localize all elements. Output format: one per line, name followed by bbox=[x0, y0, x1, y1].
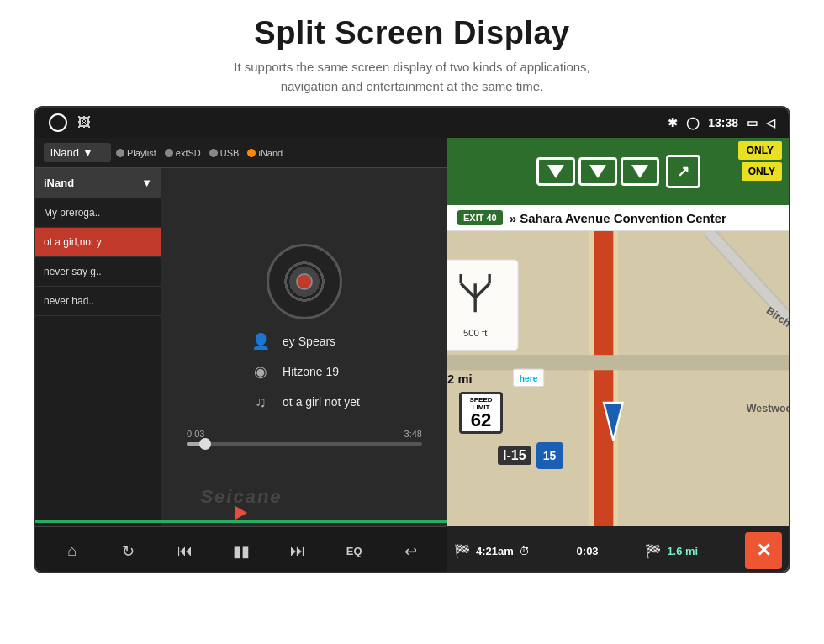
progress-times: 0:03 3:48 bbox=[187, 429, 422, 439]
svg-rect-2 bbox=[594, 231, 614, 526]
only-sign: ONLY bbox=[742, 162, 782, 181]
status-bar: 🖼 ✱ ◯ 13:38 ▭ ◁ bbox=[35, 108, 789, 138]
progress-thumb[interactable] bbox=[199, 438, 211, 450]
radio-dot-inand bbox=[247, 149, 256, 157]
svg-rect-5 bbox=[447, 355, 789, 370]
bluetooth-icon: ✱ bbox=[668, 116, 678, 129]
vinyl-disk bbox=[267, 244, 342, 319]
back-icon: ◁ bbox=[766, 116, 775, 129]
list-item[interactable]: never had.. bbox=[35, 287, 161, 316]
page-subtitle: It supports the same screen display of t… bbox=[50, 58, 774, 96]
image-icon: 🖼 bbox=[77, 115, 91, 130]
person-icon: 👤 bbox=[249, 330, 272, 353]
controls-bar: ⌂ ↻ ⏮ ▮▮ ⏭ EQ ↩ bbox=[35, 526, 447, 573]
source-option-extsd[interactable]: extSD bbox=[165, 148, 201, 158]
arrow-down-icon-1 bbox=[547, 165, 564, 178]
source-options: Playlist extSD USB iNand bbox=[116, 148, 283, 158]
arrow-diag-icon: ↗ bbox=[677, 162, 689, 181]
highway-sign-4: ↗ ONLY bbox=[666, 155, 700, 188]
svg-text:0.2 mi: 0.2 mi bbox=[447, 372, 473, 386]
disc-icon: ◉ bbox=[249, 360, 272, 383]
page-title: Split Screen Display bbox=[50, 15, 774, 51]
time-display: 13:38 bbox=[708, 116, 738, 129]
playlist-area: iNand ▼ My preroga.. ot a girl,not y nev… bbox=[35, 168, 447, 526]
destination-text: » Sahara Avenue Convention Center bbox=[510, 211, 726, 225]
track-name: ot a girl not yet bbox=[283, 395, 360, 409]
distance-remaining: 1.6 mi bbox=[667, 545, 698, 557]
navigation-panel: ↗ ONLY ONLY EXIT 40 » Sahara Avenue Conv… bbox=[447, 138, 789, 573]
eq-button[interactable]: EQ bbox=[337, 535, 371, 568]
start-flag-icon: 🏁 bbox=[454, 543, 471, 559]
svg-text:here: here bbox=[520, 374, 538, 383]
clock-icon: ⏱ bbox=[519, 545, 530, 557]
page-header: Split Screen Display It supports the sam… bbox=[0, 0, 824, 106]
play-indicator bbox=[235, 506, 247, 520]
nav-bottom-bar: 🏁 4:21am ⏱ 0:03 🏁 1.6 mi ✕ bbox=[447, 526, 789, 573]
svg-text:500 ft: 500 ft bbox=[463, 328, 488, 338]
nav-info-banner: EXIT 40 » Sahara Avenue Convention Cente… bbox=[447, 205, 789, 231]
list-item[interactable]: My preroga.. bbox=[35, 198, 161, 228]
screen-icon: ▭ bbox=[747, 116, 758, 129]
eta-block: 🏁 4:21am ⏱ bbox=[454, 543, 530, 559]
track-info: 👤 ey Spears ◉ Hitzone 19 ♫ ot a girl not… bbox=[249, 330, 360, 414]
artist-row: 👤 ey Spears bbox=[249, 330, 360, 353]
source-option-inand[interactable]: iNand bbox=[247, 148, 283, 158]
trip-time: 0:03 bbox=[577, 545, 599, 557]
eta-time: 4:21am bbox=[476, 545, 514, 557]
trip-time-block: 0:03 bbox=[577, 545, 599, 557]
speed-limit-sign: SPEEDLIMIT 62 bbox=[459, 392, 503, 434]
highway-badge: I-15 15 bbox=[498, 442, 563, 469]
progress-area: 0:03 3:48 bbox=[170, 424, 439, 451]
svg-text:Westwoo...: Westwoo... bbox=[747, 403, 789, 414]
status-left: 🖼 bbox=[49, 113, 91, 132]
pause-button[interactable]: ▮▮ bbox=[224, 535, 258, 568]
album-row: ◉ Hitzone 19 bbox=[249, 360, 360, 383]
total-time: 3:48 bbox=[404, 429, 422, 439]
end-flag-icon: 🏁 bbox=[645, 543, 662, 559]
artist-name: ey Spears bbox=[283, 335, 335, 348]
exit-badge: EXIT 40 bbox=[457, 210, 503, 225]
back-button[interactable]: ↩ bbox=[394, 535, 427, 568]
highway-label: I-15 bbox=[498, 446, 531, 465]
next-button[interactable]: ⏭ bbox=[281, 535, 314, 568]
speed-limit-value: 62 bbox=[471, 409, 491, 430]
highway-sign-1 bbox=[536, 157, 575, 186]
source-option-playlist[interactable]: Playlist bbox=[116, 148, 156, 158]
source-dropdown[interactable]: iNand ▼ bbox=[44, 143, 111, 162]
source-option-usb[interactable]: USB bbox=[209, 148, 240, 158]
highway-shield: 15 bbox=[536, 442, 563, 469]
prev-button[interactable]: ⏮ bbox=[168, 535, 202, 568]
now-playing-area: 👤 ey Spears ◉ Hitzone 19 ♫ ot a girl not… bbox=[161, 168, 447, 526]
chevron-down-icon: ▼ bbox=[82, 146, 93, 159]
device-frame: 🖼 ✱ ◯ 13:38 ▭ ◁ iNand ▼ Playlist bbox=[34, 106, 790, 573]
main-content: iNand ▼ Playlist extSD USB bbox=[35, 138, 789, 573]
music-player-panel: iNand ▼ Playlist extSD USB bbox=[35, 138, 447, 573]
vinyl-center bbox=[296, 273, 313, 290]
map-svg: Birch St Westwoo... 500 ft bbox=[447, 231, 789, 526]
chevron-down-icon-list: ▼ bbox=[141, 177, 152, 189]
album-name: Hitzone 19 bbox=[283, 365, 339, 378]
progress-bar[interactable] bbox=[187, 442, 422, 446]
location-icon: ◯ bbox=[686, 116, 700, 129]
green-line bbox=[35, 520, 447, 523]
repeat-button[interactable]: ↻ bbox=[112, 535, 145, 568]
distance-block: 🏁 1.6 mi bbox=[645, 543, 698, 559]
map-area: Birch St Westwoo... 500 ft bbox=[447, 231, 789, 526]
highway-sign-3 bbox=[621, 157, 659, 186]
home-button[interactable]: ⌂ bbox=[55, 535, 89, 568]
track-row: ♫ ot a girl not yet bbox=[249, 390, 360, 414]
source-header-item: iNand ▼ bbox=[35, 168, 161, 198]
song-list: iNand ▼ My preroga.. ot a girl,not y nev… bbox=[35, 168, 161, 526]
nav-close-button[interactable]: ✕ bbox=[745, 532, 782, 569]
music-note-icon: ♫ bbox=[249, 390, 272, 414]
source-selector-bar: iNand ▼ Playlist extSD USB bbox=[35, 138, 447, 168]
circle-icon bbox=[49, 113, 67, 132]
highway-sign-2 bbox=[578, 157, 617, 186]
list-item[interactable]: ot a girl,not y bbox=[35, 228, 161, 257]
list-item[interactable]: never say g.. bbox=[35, 257, 161, 287]
radio-dot-usb bbox=[209, 149, 218, 157]
only-badge: ONLY bbox=[738, 141, 782, 160]
arrow-down-icon-2 bbox=[589, 165, 606, 178]
current-time: 0:03 bbox=[187, 429, 204, 439]
nav-highway-signs: ↗ ONLY ONLY bbox=[447, 138, 789, 205]
